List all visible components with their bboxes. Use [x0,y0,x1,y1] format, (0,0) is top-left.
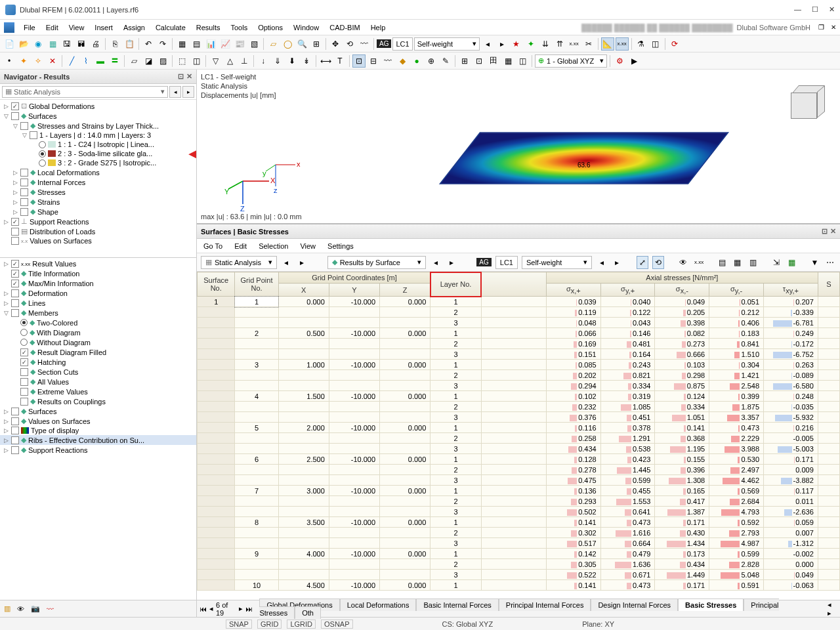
rb-layer2[interactable] [39,150,46,158]
view2-icon[interactable]: ⊟ [367,54,380,68]
table-row[interactable]: 62.500-10.0000.00010.1280.4230.1550.5300… [198,454,840,465]
node-icon[interactable]: • [3,54,16,68]
chart-icon[interactable]: 📈 [219,37,232,51]
table-row[interactable]: 20.3051.6360.4342.8280.000 [198,559,840,570]
rotate-icon[interactable]: ⟲ [343,37,356,51]
table-row[interactable]: 30.5020.6411.3874.793-2.636 [198,507,840,517]
calculate-icon[interactable]: ▦ [175,37,188,51]
panel-close-icon[interactable]: ✕ [186,72,192,81]
table-row[interactable]: 30.0480.0430.3980.406-6.781 [198,318,840,328]
cb-surfaces[interactable] [11,112,19,120]
cols1-icon[interactable]: ▤ [716,256,728,269]
tpmenu-selection[interactable]: Selection [259,242,288,250]
sync-select-icon[interactable]: ⤢ [637,256,648,269]
forces-icon[interactable]: ⇊ [539,37,552,51]
tab-basic-stresses[interactable]: Basic Stresses [678,598,744,611]
grid2-icon[interactable]: ⊡ [472,54,486,68]
results-icon[interactable]: 📊 [204,37,217,51]
menu-options[interactable]: Options [253,22,288,33]
xxx2-icon[interactable]: x.xx [616,37,629,51]
cb-layers[interactable] [30,131,37,139]
table-row[interactable]: 30.1510.1640.6661.510-6.752 [198,349,840,360]
menu-results[interactable]: Results [191,22,226,33]
solid-icon[interactable]: ⬚ [175,54,188,68]
sup3-icon[interactable]: ⊥ [238,54,251,68]
solid2-icon[interactable]: ◫ [190,54,203,68]
col-coords[interactable]: Grid Point Coordinates [m] [278,272,430,284]
pin-icon[interactable]: ⊡ [178,72,184,81]
block-icon[interactable]: ▦ [46,37,59,51]
rb-layer3[interactable] [39,159,46,167]
table-row[interactable]: 83.500-10.0000.00010.1410.4730.1710.5920… [198,517,840,528]
memb-icon[interactable]: ▬ [94,54,107,68]
tpmenu-go-to[interactable]: Go To [203,242,222,250]
materials-icon[interactable]: ▧ [247,37,261,51]
filter2-icon[interactable]: ▼ [808,256,820,269]
paste-icon[interactable]: 📋 [123,37,136,51]
menu-view[interactable]: View [64,22,90,33]
maximize-button[interactable]: ☐ [812,5,818,14]
col-axial[interactable]: Axial stresses [N/mm²] [546,272,818,284]
status-lgrid[interactable]: LGRID [287,620,316,629]
eye-xxx-icon[interactable]: 👁 [677,256,689,269]
cb-stresses-strains[interactable] [20,122,28,130]
table-results-dropdown[interactable]: ◆Results by Surface▾ [327,256,427,269]
open-icon[interactable]: 📂 [17,37,30,51]
tab-cam-icon[interactable]: 📷 [31,604,40,613]
export-icon[interactable]: ⇲ [770,256,782,269]
grid-icon[interactable]: ⊞ [458,54,471,68]
view4-icon[interactable]: ◆ [396,54,409,68]
tpmenu-settings[interactable]: Settings [327,242,354,250]
col-layer[interactable]: Layer No. [430,272,481,297]
table-row[interactable]: 94.000-10.0000.00010.1420.4790.1730.599-… [198,549,840,559]
table-row[interactable]: 30.4340.5381.1953.988-5.003 [198,444,840,454]
model-viewport[interactable]: LC1 - Self-weight Static Analysis Displa… [197,70,840,224]
table-row[interactable]: 110.000-10.0000.00010.0390.0400.0490.051… [198,297,840,307]
move-icon[interactable]: ✥ [329,37,342,51]
grid4-icon[interactable]: ▦ [501,54,514,68]
page-prev[interactable]: ◂ [209,604,213,613]
page-next[interactable]: ▸ [239,604,243,613]
load3-icon[interactable]: ⬇ [285,54,299,68]
menu-assign[interactable]: Assign [118,22,150,33]
lc-next-icon[interactable]: ▸ [495,37,509,51]
table-row[interactable]: 20.2581.2910.3682.229-0.005 [198,433,840,444]
tab-eye-icon[interactable]: 👁 [17,605,24,613]
page-first[interactable]: ⏮ [200,605,207,613]
table-row[interactable]: 30.5170.6641.4344.987-1.312 [198,538,840,549]
tpmenu-edit[interactable]: Edit [234,242,247,250]
cb-global-def[interactable] [11,102,19,110]
table-row[interactable]: 20.1690.4810.2730.841-0.172 [198,339,840,349]
table-row[interactable]: 20.3021.6160.4302.7930.007 [198,528,840,538]
diag-icon[interactable]: 📐 [601,37,614,51]
status-osnap[interactable]: OSNAP [321,620,353,629]
table-close-icon[interactable]: ✕ [830,227,836,236]
lasso-icon[interactable]: ◯ [281,37,294,51]
tab-local-deformations[interactable]: Local Deformations [340,598,417,611]
menu-insert[interactable]: Insert [89,22,118,33]
zoomwin-icon[interactable]: ⊞ [310,37,323,51]
clip-icon[interactable]: ✂ [582,37,595,51]
surf3-icon[interactable]: ▨ [156,54,169,68]
copy-icon[interactable]: ⎘ [108,37,121,51]
table-row[interactable]: 104.500-10.0000.00010.1410.4730.1710.591… [198,580,840,591]
view6-icon[interactable]: ⊕ [425,54,438,68]
tab-design-internal-forces[interactable]: Design Internal Forces [591,598,678,611]
close-button[interactable]: ✕ [829,5,835,14]
tab-principal-internal-forces[interactable]: Principal Internal Forces [499,598,591,611]
line-icon[interactable]: ╱ [65,54,78,68]
sup2-icon[interactable]: △ [223,54,236,68]
tab-oth[interactable]: Oth [295,606,321,619]
tab-basic-internal-forces[interactable]: Basic Internal Forces [416,598,498,611]
undo-icon[interactable]: ↶ [142,37,155,51]
lc-prev-icon[interactable]: ◂ [481,37,494,51]
table-row[interactable]: 30.5220.6711.4495.0480.049 [198,570,840,580]
view1-icon[interactable]: ⊡ [352,54,366,68]
surf2-icon[interactable]: ◪ [142,54,155,68]
table-row[interactable]: 20.500-10.0000.00010.0660.1460.0820.1830… [198,328,840,339]
loadcase-dropdown[interactable]: Self-weight ▾ [414,37,480,51]
star2-icon[interactable]: ✦ [524,37,537,51]
status-grid[interactable]: GRID [257,620,282,629]
new-icon[interactable]: 📄 [3,37,16,51]
loadcase-lc[interactable]: LC1 [392,37,412,51]
